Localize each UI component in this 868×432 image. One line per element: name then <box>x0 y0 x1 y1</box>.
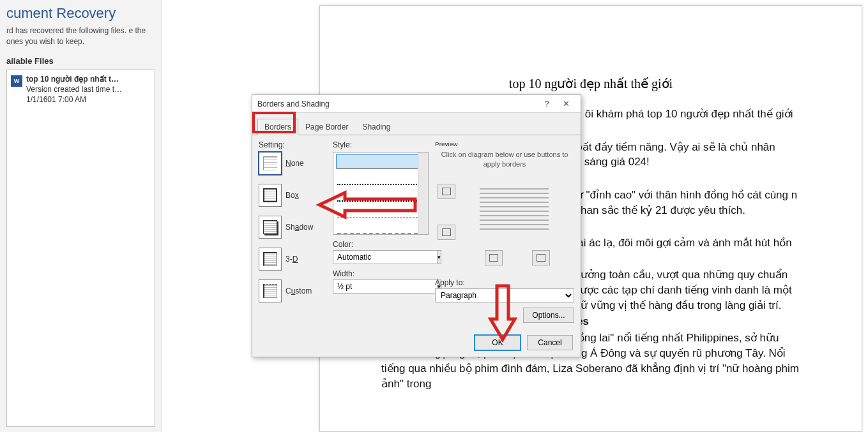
width-combo[interactable] <box>333 279 438 294</box>
style-dash[interactable] <box>337 204 424 218</box>
available-files-list: W top 10 người đẹp nhất t… Version creat… <box>6 70 155 427</box>
recovered-file-item[interactable]: W top 10 người đẹp nhất t… Version creat… <box>10 73 152 107</box>
border-bottom-button[interactable] <box>438 225 455 240</box>
options-button[interactable]: Options... <box>523 308 574 323</box>
border-style-list[interactable] <box>333 152 429 235</box>
cancel-button[interactable]: Cancel <box>527 335 573 350</box>
setting-box-label: Box <box>286 191 299 200</box>
style-scrollbar[interactable] <box>418 153 428 234</box>
color-combo[interactable] <box>333 250 438 264</box>
dialog-titlebar[interactable]: Borders and Shading ? ✕ <box>252 95 581 113</box>
setting-3d[interactable]: 3-D <box>259 248 326 271</box>
setting-3d-icon <box>259 248 282 271</box>
preview-paragraph <box>480 185 549 230</box>
file-date: 1/1/1601 7:00 AM <box>26 94 122 105</box>
file-version: Version created last time t… <box>26 84 122 94</box>
recovery-subtitle: rd has recovered the following files. e … <box>6 26 155 47</box>
setting-none[interactable]: None <box>259 152 326 175</box>
border-right-button[interactable] <box>532 250 550 265</box>
word-file-icon: W <box>11 75 22 87</box>
setting-none-label: None <box>286 159 304 168</box>
preview-hint: Click on diagram below or use buttons to… <box>435 150 574 170</box>
help-icon[interactable]: ? <box>537 99 556 108</box>
setting-box[interactable]: Box <box>259 184 326 207</box>
dialog-title: Borders and Shading <box>257 100 537 108</box>
setting-shadow-icon <box>259 216 282 239</box>
setting-3d-label: 3-D <box>286 255 298 264</box>
apply-to-select[interactable]: Paragraph <box>435 288 574 302</box>
dialog-tabstrip: Borders Page Border Shading <box>252 113 581 135</box>
setting-custom-icon <box>259 279 282 302</box>
setting-shadow-label: Shadow <box>286 223 313 232</box>
style-solid[interactable] <box>336 154 425 168</box>
style-dash-heavy[interactable] <box>337 221 424 235</box>
ok-button[interactable]: OK <box>475 335 521 350</box>
border-top-button[interactable] <box>438 184 455 199</box>
setting-box-icon <box>259 184 282 207</box>
document-recovery-pane: cument Recovery rd has recovered the fol… <box>0 0 162 432</box>
preview-label: Preview <box>435 140 574 147</box>
tab-page-border[interactable]: Page Border <box>298 119 355 135</box>
setting-custom[interactable]: Custom <box>259 279 326 302</box>
file-name: top 10 người đẹp nhất t… <box>26 74 122 84</box>
setting-label: Setting: <box>259 140 326 149</box>
close-icon[interactable]: ✕ <box>556 99 575 108</box>
color-label: Color: <box>333 240 429 249</box>
style-dotted-heavy[interactable] <box>337 188 424 202</box>
style-dotted[interactable] <box>337 171 424 185</box>
width-label: Width: <box>333 269 429 278</box>
setting-custom-label: Custom <box>286 287 312 295</box>
tab-borders[interactable]: Borders <box>257 119 298 135</box>
tab-shading[interactable]: Shading <box>355 119 397 135</box>
apply-to-label: Apply to: <box>435 278 574 287</box>
available-files-heading: ailable Files <box>6 56 155 66</box>
setting-none-icon <box>259 152 282 175</box>
style-label: Style: <box>333 140 429 149</box>
preview-diagram[interactable] <box>435 174 574 269</box>
setting-shadow[interactable]: Shadow <box>259 216 326 239</box>
recovery-title: cument Recovery <box>6 5 155 22</box>
borders-shading-dialog: Borders and Shading ? ✕ Borders Page Bor… <box>252 94 581 357</box>
doc-title: top 10 người đẹp nhất thế giới <box>381 76 800 91</box>
border-left-button[interactable] <box>485 250 503 265</box>
